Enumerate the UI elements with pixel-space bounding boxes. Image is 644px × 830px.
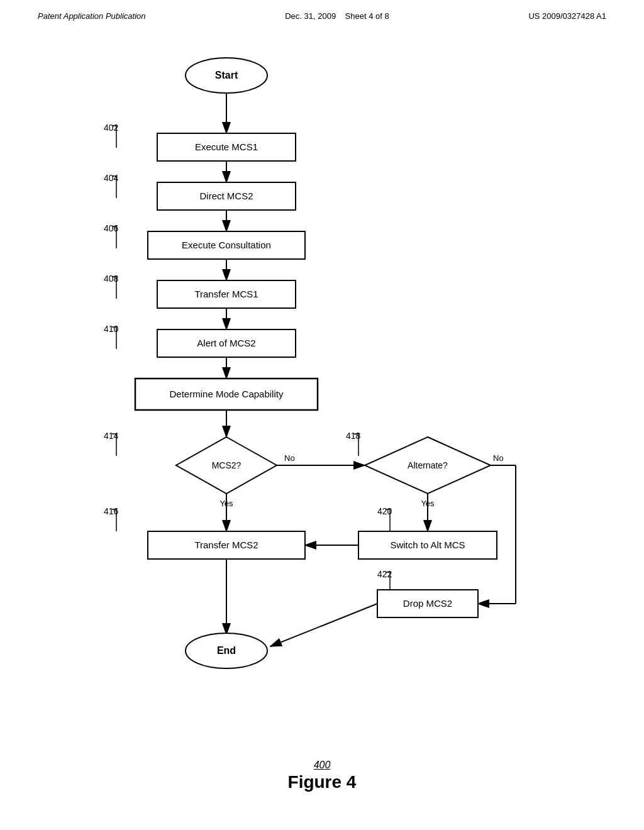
- figure-number: 400: [0, 760, 644, 771]
- alert-mcs2-label: Alert of MCS2: [197, 338, 255, 348]
- mcs2-no-label: No: [284, 453, 295, 463]
- figure-label: Figure 4: [288, 772, 357, 792]
- end-label: End: [217, 645, 236, 656]
- header-patent-number: US 2009/0327428 A1: [528, 11, 606, 21]
- alternate-label: Alternate?: [408, 460, 448, 470]
- header-publication: Patent Application Publication: [38, 11, 146, 21]
- header-date-sheet: Dec. 31, 2009 Sheet 4 of 8: [285, 11, 389, 21]
- execute-consultation-label: Execute Consultation: [182, 240, 271, 250]
- header-date: Dec. 31, 2009: [285, 11, 336, 21]
- mcs2-label: MCS2?: [212, 460, 242, 470]
- switch-alt-mcs-label: Switch to Alt MCS: [390, 540, 465, 550]
- start-label: Start: [215, 70, 238, 80]
- svg-line-15: [270, 604, 377, 646]
- page: Patent Application Publication Dec. 31, …: [0, 0, 644, 830]
- header-sheet: Sheet 4 of 8: [345, 11, 389, 21]
- transfer-mcs2-label: Transfer MCS2: [194, 540, 258, 550]
- flowchart-diagram: 402 404 406 408 410 414 416 418 420 422: [38, 38, 579, 698]
- alternate-no-label: No: [493, 453, 504, 463]
- determine-mode-label: Determine Mode Capability: [170, 389, 284, 399]
- drop-mcs2-label: Drop MCS2: [403, 598, 452, 609]
- page-header: Patent Application Publication Dec. 31, …: [0, 0, 644, 21]
- execute-mcs1-label: Execute MCS1: [195, 141, 258, 152]
- transfer-mcs1-label: Transfer MCS1: [194, 289, 258, 299]
- direct-mcs2-label: Direct MCS2: [199, 191, 253, 201]
- figure-caption: 400 Figure 4: [0, 760, 644, 792]
